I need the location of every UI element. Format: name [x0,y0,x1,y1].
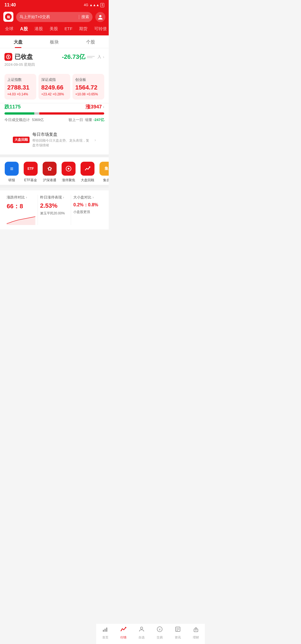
tab-etf[interactable]: ETF [62,25,75,33]
avatar-button[interactable] [95,12,105,22]
app-logo[interactable]: 顺 [3,12,13,22]
func-hkstock[interactable]: ✿ 沪深港通 [40,162,59,183]
subtab-individual[interactable]: 个股 [72,35,109,48]
review-content: 每日市场复盘 帮你回顾今日大盘走势、龙头表现，复盘市场情绪 [32,132,92,148]
battery-icon: 8 [100,3,104,7]
review-title: 每日市场复盘 [32,132,92,137]
sub-tabs: 大盘 板块 个股 [0,35,109,48]
cap-title: 大小盘对比 › [73,195,94,200]
tab-us[interactable]: 美股 [47,25,61,33]
cyb-name: 创业板 [75,77,101,82]
volume-label: 今日成交额总计 5369亿 [4,117,45,122]
review-icon [81,162,94,176]
svg-rect-4 [8,56,9,57]
compare-text: 较上一日 缩量 -247亿 [69,117,104,122]
szz-name: 深证成指 [41,77,67,82]
svg-text:顺: 顺 [7,15,10,19]
shz-value: 2788.31 [7,84,33,91]
func-icons: ≡ 研报 ETF ETF基金 ✿ 沪深港通 涨停聚焦 大盘回顾 [0,157,109,185]
szz-value: 8249.66 [41,84,67,91]
cap-sub: 小盘股更强 [73,210,90,214]
rf-arrow: › [26,195,27,199]
limitup-icon [62,162,76,176]
research-label: 研报 [8,178,15,183]
cap-arrow: › [93,195,94,199]
func-etf[interactable]: ETF ETF基金 [21,162,40,183]
tab-futures[interactable]: 期货 [76,25,90,33]
yesterday-sub: 漱玉平民20.00% [40,211,65,216]
fall-bar [4,112,34,115]
signal-icon: 4G [84,3,88,7]
svg-rect-5 [8,57,9,58]
closed-icon [4,53,12,61]
cyb-value: 1564.72 [75,84,101,91]
stat-cap[interactable]: 大小盘对比 › 0.2%：0.8% 小盘股更强 [71,195,104,225]
research-icon: ≡ [5,162,19,176]
hkstock-icon: ✿ [43,162,57,176]
rise-fall-bar [4,112,104,115]
stat-yesterday[interactable]: 昨日涨停表现 › 2.53% 漱玉平民20.00% [38,195,71,225]
yesterday-value: 2.53% [40,202,57,209]
func-collection[interactable]: 集 集合 [97,162,109,183]
rise-fall-title: 涨跌停对比 › [7,195,27,200]
market-status-row: 已收盘 -26.73亿 入 › [4,53,104,61]
search-button[interactable]: 搜索 [81,14,89,20]
svg-marker-9 [7,217,35,225]
review-desc: 帮你回顾今日大盘走势、龙头表现，复盘市场情绪 [32,138,92,148]
rise-arrow[interactable]: › [103,105,104,109]
market-closed: 已收盘 [4,53,33,61]
rise-fall-value: 66：8 [7,202,23,210]
section-divider [0,154,109,157]
search-bar[interactable]: 马上开始T+0交易 搜索 [16,12,93,22]
svg-point-7 [68,168,69,170]
index-cards: 上证指数 2788.31 +4.03 +0.14% 深证成指 8249.66 +… [0,71,109,103]
tab-a-stock[interactable]: A股 [17,25,31,33]
nav-tabs: 全球 A股 港股 美股 ETF 期货 可转债 其他 [0,25,109,35]
rise-fall-chart [7,214,35,225]
section-divider-2 [0,185,109,188]
volume-row: 今日成交额总计 5369亿 较上一日 缩量 -247亿 [4,117,104,122]
market-status-section: 已收盘 -26.73亿 入 › 2024-09-05 星期四 [0,48,109,71]
subtab-sector[interactable]: 板块 [36,35,72,48]
func-limitup[interactable]: 涨停聚焦 [59,162,78,183]
review-tag: 大盘回顾 [13,137,30,143]
tab-hk[interactable]: 港股 [32,25,46,33]
index-card-szz[interactable]: 深证成指 8249.66 +23.42 +0.28% [38,74,70,100]
rise-count: 涨3947 › [86,103,104,110]
review-arrow: › [94,138,96,142]
market-closed-text: 已收盘 [14,53,33,61]
szz-change: +23.42 +0.28% [41,92,67,96]
status-bar: 11:40 4G ▲▲▲ 8 [0,0,109,9]
review-banner[interactable]: 大盘回顾 每日市场复盘 帮你回顾今日大盘走势、龙头表现，复盘市场情绪 › [9,128,100,152]
inflow-label: 入 [98,54,101,59]
func-review[interactable]: 大盘回顾 [78,162,97,183]
collection-label: 集合 [103,178,109,183]
rise-fall-section: 跌1175 涨3947 › 今日成交额总计 5369亿 较上一日 缩量 -247… [0,103,109,126]
compare-type: 缩量 [85,118,92,122]
tab-global[interactable]: 全球 [2,25,16,33]
func-research[interactable]: ≡ 研报 [2,162,21,183]
rise-bar [39,112,104,115]
limitup-label: 涨停聚焦 [62,178,75,183]
header: 顺 马上开始T+0交易 搜索 [0,9,109,25]
market-value-change: -26.73亿 [62,53,85,61]
index-card-shz[interactable]: 上证指数 2788.31 +4.03 +0.14% [4,74,36,100]
search-divider [79,15,79,19]
etf-icon: ETF [24,162,38,176]
stat-rise-fall[interactable]: 涨跌停对比 › 66：8 [4,195,38,225]
compare-value: -247亿 [93,118,104,122]
market-arrow: › [103,55,104,59]
search-placeholder: 马上开始T+0交易 [20,14,77,20]
shz-change: +4.03 +0.14% [7,92,33,96]
neutral-bar [34,112,39,115]
wifi-icon: ▲▲▲ [89,3,99,7]
status-time: 11:40 [4,3,16,8]
index-card-cyb[interactable]: 创业板 1564.72 +10.08 +0.65% [72,74,104,100]
collection-icon: 集 [99,162,109,176]
review-func-label: 大盘回顾 [81,178,94,183]
subtab-market[interactable]: 大盘 [0,35,36,48]
market-date: 2024-09-05 星期四 [4,62,104,67]
etf-label: ETF基金 [24,178,37,183]
yesterday-title: 昨日涨停表现 › [40,195,64,200]
tab-bond[interactable]: 可转债 [91,25,109,33]
